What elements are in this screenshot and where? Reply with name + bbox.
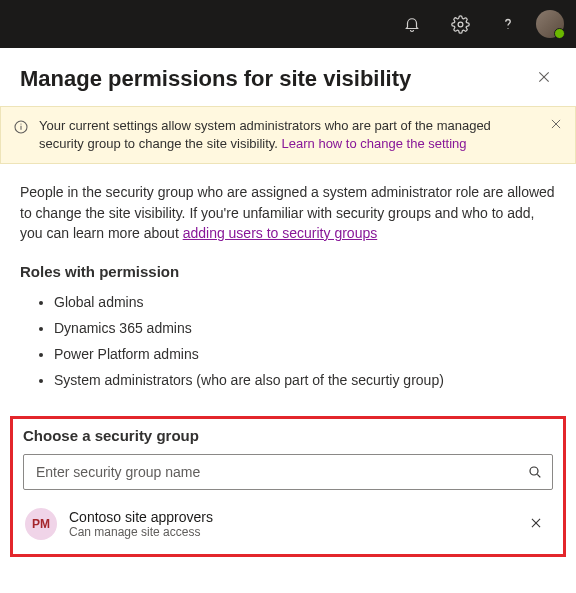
svg-point-6: [20, 123, 21, 124]
selected-group-row: PM Contoso site approvers Can manage sit…: [23, 504, 553, 544]
role-item: Power Platform admins: [54, 342, 556, 368]
notifications-icon[interactable]: [392, 4, 432, 44]
group-subtext: Can manage site access: [69, 525, 517, 539]
page-title: Manage permissions for site visibility: [20, 66, 411, 92]
role-item: Dynamics 365 admins: [54, 316, 556, 342]
help-icon[interactable]: [488, 4, 528, 44]
choose-heading: Choose a security group: [23, 427, 553, 444]
group-info: Contoso site approvers Can manage site a…: [69, 509, 517, 539]
svg-point-1: [507, 28, 508, 29]
group-avatar: PM: [25, 508, 57, 540]
remove-group-button[interactable]: [529, 516, 545, 532]
security-group-input[interactable]: [23, 454, 553, 490]
panel: Manage permissions for site visibility Y…: [0, 48, 576, 557]
panel-header: Manage permissions for site visibility: [20, 66, 556, 92]
user-avatar[interactable]: [536, 10, 564, 38]
close-panel-button[interactable]: [536, 69, 556, 89]
svg-point-9: [530, 467, 538, 475]
roles-heading: Roles with permission: [20, 263, 556, 280]
gear-icon[interactable]: [440, 4, 480, 44]
group-name: Contoso site approvers: [69, 509, 517, 525]
description: People in the security group who are ass…: [20, 182, 556, 243]
security-group-search: [23, 454, 553, 490]
banner-dismiss-button[interactable]: [549, 117, 565, 133]
roles-list: Global admins Dynamics 365 admins Power …: [20, 290, 556, 394]
banner-link[interactable]: Learn how to change the setting: [282, 136, 467, 151]
info-banner: Your current settings allow system admin…: [0, 106, 576, 164]
search-icon[interactable]: [527, 464, 543, 480]
topbar: [0, 0, 576, 48]
svg-line-10: [537, 474, 540, 477]
info-icon: [13, 119, 29, 135]
description-link[interactable]: adding users to security groups: [183, 225, 378, 241]
banner-message: Your current settings allow system admin…: [39, 117, 539, 153]
role-item: System administrators (who are also part…: [54, 368, 556, 394]
security-group-section: Choose a security group PM Contoso site …: [10, 416, 566, 557]
svg-point-0: [458, 22, 463, 27]
role-item: Global admins: [54, 290, 556, 316]
